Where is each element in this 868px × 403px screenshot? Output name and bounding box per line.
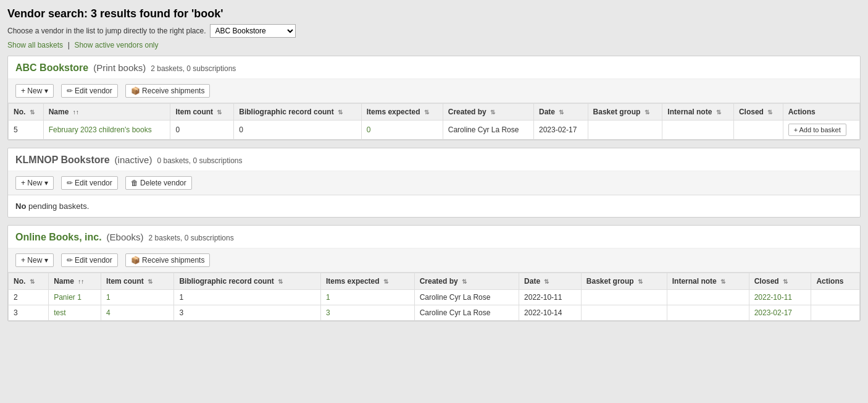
- toolbar-klmnop: + New ▾ ✏ Edit vendor 🗑 Delete vendor: [8, 171, 860, 195]
- col-basket-group-online[interactable]: Basket group: [581, 273, 667, 290]
- receive-shipments-button-abc[interactable]: 📦 Receive shipments: [125, 84, 211, 98]
- vendor-name-abc: ABC Bookstore: [15, 62, 88, 74]
- receive-shipments-button-online[interactable]: 📦 Receive shipments: [125, 253, 211, 267]
- cell-action[interactable]: + Add to basket: [783, 121, 859, 140]
- vendor-name-klmnop: KLMNOP Bookstore: [15, 155, 110, 166]
- vendor-stats-online: 2 baskets, 0 subscriptions: [149, 234, 234, 242]
- cell-closed: 2022-10-11: [749, 290, 811, 305]
- table-wrapper-abc: No. Name ↑ Item count Bibliographic reco…: [8, 103, 860, 140]
- vendor-section-abc: ABC Bookstore (Print books) 2 baskets, 0…: [7, 56, 861, 140]
- col-items-expected-online[interactable]: Items expected: [320, 273, 414, 290]
- cell-no: 5: [9, 121, 44, 140]
- cell-name[interactable]: Panier 1: [49, 290, 101, 305]
- col-actions-abc: Actions: [783, 104, 859, 121]
- col-closed-abc[interactable]: Closed: [733, 104, 783, 121]
- toolbar-abc: + New ▾ ✏ Edit vendor 📦 Receive shipment…: [8, 79, 860, 103]
- col-closed-online[interactable]: Closed: [749, 273, 811, 290]
- col-no-online[interactable]: No.: [9, 273, 49, 290]
- col-no-abc[interactable]: No.: [9, 104, 44, 121]
- cell-item-count: 1: [101, 290, 174, 305]
- cell-date: 2022-10-11: [519, 290, 582, 305]
- col-date-abc[interactable]: Date: [533, 104, 588, 121]
- cell-closed: [733, 121, 783, 140]
- col-internal-note-abc[interactable]: Internal note: [662, 104, 734, 121]
- vendor-stats-klmnop: 0 baskets, 0 subscriptions: [157, 156, 242, 165]
- pending-suffix: pending baskets.: [28, 202, 89, 211]
- cell-item-count: 4: [101, 305, 174, 321]
- cell-basket-group: [588, 121, 662, 140]
- cell-bib-count: 0: [234, 121, 361, 140]
- cell-internal-note: [662, 121, 734, 140]
- col-actions-online: Actions: [811, 273, 860, 290]
- show-active-vendors-link[interactable]: Show active vendors only: [74, 41, 158, 49]
- page-title: Vendor search: 3 results found for 'book…: [7, 7, 861, 20]
- cell-action: [811, 290, 860, 305]
- vendor-stats-abc: 2 baskets, 0 subscriptions: [151, 64, 236, 73]
- vendor-type-abc: (Print books): [93, 62, 146, 73]
- no-pending-baskets: No pending baskets.: [8, 195, 860, 217]
- show-all-baskets-link[interactable]: Show all baskets: [7, 41, 63, 49]
- col-item-count-abc[interactable]: Item count: [170, 104, 234, 121]
- link-separator: |: [68, 41, 70, 49]
- table-row: 3 test 4 3 3 Caroline Cyr La Rose 2022-1…: [9, 305, 860, 321]
- cell-bib-count: 3: [174, 305, 321, 321]
- vendor-type-online: (Ebooks): [107, 232, 144, 242]
- new-button-klmnop[interactable]: + New ▾: [15, 176, 54, 190]
- vendor-header-online: Online Books, inc. (Ebooks) 2 baskets, 0…: [8, 226, 860, 248]
- vendor-section-klmnop: KLMNOP Bookstore (inactive) 0 baskets, 0…: [7, 148, 861, 218]
- col-internal-note-online[interactable]: Internal note: [667, 273, 749, 290]
- col-basket-group-abc[interactable]: Basket group: [588, 104, 662, 121]
- cell-items-expected: 1: [320, 290, 414, 305]
- cell-date: 2022-10-14: [519, 305, 582, 321]
- cell-item-count: 0: [170, 121, 234, 140]
- col-created-by-abc[interactable]: Created by: [443, 104, 533, 121]
- edit-vendor-button-klmnop[interactable]: ✏ Edit vendor: [61, 176, 118, 190]
- cell-internal-note: [667, 305, 749, 321]
- edit-vendor-button-online[interactable]: ✏ Edit vendor: [61, 253, 118, 267]
- table-row: 2 Panier 1 1 1 1 Caroline Cyr La Rose 20…: [9, 290, 860, 305]
- vendor-name-online: Online Books, inc.: [15, 232, 102, 243]
- cell-basket-group: [581, 305, 667, 321]
- cell-action: [811, 305, 860, 321]
- cell-items-expected: 3: [320, 305, 414, 321]
- cell-name[interactable]: February 2023 children's books: [43, 121, 170, 140]
- add-to-basket-button[interactable]: + Add to basket: [788, 124, 846, 136]
- cell-created-by: Caroline Cyr La Rose: [443, 121, 533, 140]
- table-row: 5 February 2023 children's books 0 0 0 C…: [9, 121, 860, 140]
- cell-created-by: Caroline Cyr La Rose: [414, 290, 519, 305]
- cell-bib-count: 1: [174, 290, 321, 305]
- col-created-by-online[interactable]: Created by: [414, 273, 519, 290]
- toolbar-online: + New ▾ ✏ Edit vendor 📦 Receive shipment…: [8, 248, 860, 273]
- cell-date: 2023-02-17: [533, 121, 588, 140]
- vendor-section-online: Online Books, inc. (Ebooks) 2 baskets, 0…: [7, 225, 861, 321]
- baskets-table-abc: No. Name ↑ Item count Bibliographic reco…: [8, 103, 860, 140]
- cell-name[interactable]: test: [49, 305, 101, 321]
- vendor-header-abc: ABC Bookstore (Print books) 2 baskets, 0…: [8, 56, 860, 79]
- delete-vendor-button-klmnop[interactable]: 🗑 Delete vendor: [125, 176, 192, 190]
- new-button-abc[interactable]: + New ▾: [15, 84, 54, 98]
- col-item-count-online[interactable]: Item count: [101, 273, 174, 290]
- cell-closed: 2023-02-17: [749, 305, 811, 321]
- col-name-online[interactable]: Name ↑: [49, 273, 101, 290]
- cell-items-expected: 0: [361, 121, 443, 140]
- vendor-dropdown[interactable]: ABC BookstoreKLMNOP BookstoreOnline Book…: [210, 24, 296, 38]
- col-date-online[interactable]: Date: [519, 273, 582, 290]
- cell-created-by: Caroline Cyr La Rose: [414, 305, 519, 321]
- cell-no: 2: [9, 290, 49, 305]
- col-bib-count-abc[interactable]: Bibliographic record count: [234, 104, 361, 121]
- table-wrapper-online: No. Name ↑ Item count Bibliographic reco…: [8, 273, 860, 321]
- cell-no: 3: [9, 305, 49, 321]
- col-bib-count-online[interactable]: Bibliographic record count: [174, 273, 321, 290]
- new-button-online[interactable]: + New ▾: [15, 253, 54, 267]
- subtitle-text: Choose a vendor in the list to jump dire…: [7, 27, 206, 35]
- cell-basket-group: [581, 290, 667, 305]
- baskets-table-online: No. Name ↑ Item count Bibliographic reco…: [8, 273, 860, 321]
- col-name-abc[interactable]: Name ↑: [43, 104, 170, 121]
- col-items-expected-abc[interactable]: Items expected: [361, 104, 443, 121]
- no-text: No: [15, 202, 26, 211]
- vendor-header-klmnop: KLMNOP Bookstore (inactive) 0 baskets, 0…: [8, 148, 860, 171]
- cell-internal-note: [667, 290, 749, 305]
- vendor-type-klmnop: (inactive): [115, 155, 152, 165]
- edit-vendor-button-abc[interactable]: ✏ Edit vendor: [61, 84, 118, 98]
